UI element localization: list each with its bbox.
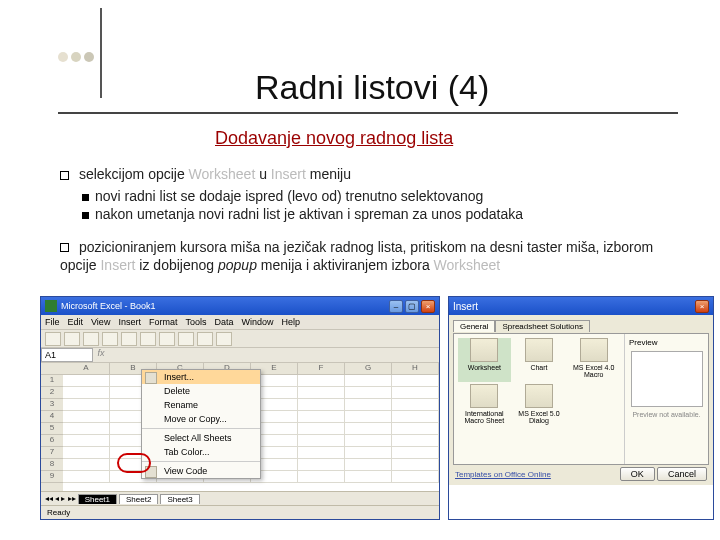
excel-title-text: Microsoft Excel - Book1 xyxy=(61,301,156,311)
fx-icon[interactable]: fx xyxy=(93,348,109,362)
bullet-filled-icon xyxy=(82,194,89,201)
template-dialog5[interactable]: MS Excel 5.0 Dialog xyxy=(513,384,566,428)
name-box[interactable]: A1 xyxy=(41,348,93,362)
bullet-filled-icon xyxy=(82,212,89,219)
bullet-1-text: selekcijom opcije Worksheet u Insert men… xyxy=(79,166,351,182)
code-icon xyxy=(145,466,157,478)
spreadsheet-grid[interactable]: 123456789 ABCDEFGH xyxy=(41,363,439,491)
preview-label: Preview xyxy=(629,338,704,347)
preview-pane: Preview Preview not available. xyxy=(624,334,708,464)
template-intl-macro[interactable]: International Macro Sheet xyxy=(458,384,511,428)
dialog-tabs[interactable]: General Spreadsheet Solutions xyxy=(453,319,709,331)
screenshots-row: Microsoft Excel - Book1 – ▢ × FileEditVi… xyxy=(40,296,714,520)
template-macro4[interactable]: MS Excel 4.0 Macro xyxy=(567,338,620,382)
title-underline xyxy=(58,112,678,114)
template-chart[interactable]: Chart xyxy=(513,338,566,382)
ctx-view-code[interactable]: View Code xyxy=(142,464,260,478)
template-icon-grid[interactable]: Worksheet Chart MS Excel 4.0 Macro Inter… xyxy=(454,334,624,464)
content-block: selekcijom opcije Worksheet u Insert men… xyxy=(60,165,685,278)
insert-dialog: Insert × General Spreadsheet Solutions W… xyxy=(448,296,714,520)
minimize-button[interactable]: – xyxy=(389,300,403,313)
bullet-square-icon xyxy=(60,171,69,180)
dialog-title-text: Insert xyxy=(453,301,478,312)
excel-titlebar: Microsoft Excel - Book1 – ▢ × xyxy=(41,297,439,315)
formula-bar[interactable]: A1 fx xyxy=(41,348,439,363)
tab-general[interactable]: General xyxy=(453,320,495,332)
dialog-titlebar: Insert × xyxy=(449,297,713,315)
decor-dots xyxy=(58,52,94,62)
preview-text: Preview not available. xyxy=(629,411,704,418)
sheet-tabs[interactable]: ◂◂ ◂ ▸ ▸▸ Sheet1 Sheet2 Sheet3 xyxy=(41,491,439,505)
excel-logo-icon xyxy=(45,300,57,312)
maximize-button[interactable]: ▢ xyxy=(405,300,419,313)
close-button[interactable]: × xyxy=(421,300,435,313)
dialog-close-button[interactable]: × xyxy=(695,300,709,313)
bullet-1-2: nakon umetanja novi radni list je aktiva… xyxy=(95,206,523,222)
decor-line xyxy=(100,8,102,98)
slide-title: Radni listovi (4) xyxy=(255,68,489,107)
tab-sheet2[interactable]: Sheet2 xyxy=(119,494,158,504)
bullet-2-text: pozicioniranjem kursora miša na jezičak … xyxy=(60,239,653,273)
bullet-square-icon xyxy=(60,243,69,252)
ok-button[interactable]: OK xyxy=(620,467,655,481)
ctx-insert[interactable]: Insert... xyxy=(142,370,260,384)
template-worksheet[interactable]: Worksheet xyxy=(458,338,511,382)
status-bar: Ready xyxy=(41,505,439,519)
ctx-select-all[interactable]: Select All Sheets xyxy=(142,431,260,445)
ctx-delete[interactable]: Delete xyxy=(142,384,260,398)
tab-sheet3[interactable]: Sheet3 xyxy=(160,494,199,504)
context-menu[interactable]: Insert... Delete Rename Move or Copy... … xyxy=(141,369,261,479)
ctx-tab-color[interactable]: Tab Color... xyxy=(142,445,260,459)
bullet-1-1: novi radni list se dodaje ispred (levo o… xyxy=(95,188,483,204)
row-headers[interactable]: 123456789 xyxy=(41,363,63,491)
excel-menubar[interactable]: FileEditViewInsertFormatToolsDataWindowH… xyxy=(41,315,439,330)
cancel-button[interactable]: Cancel xyxy=(657,467,707,481)
ctx-rename[interactable]: Rename xyxy=(142,398,260,412)
ctx-move-copy[interactable]: Move or Copy... xyxy=(142,412,260,426)
slide-subtitle: Dodavanje novog radnog lista xyxy=(215,128,453,149)
tab-sheet1[interactable]: Sheet1 xyxy=(78,494,117,504)
tab-spreadsheet-solutions[interactable]: Spreadsheet Solutions xyxy=(495,320,590,332)
excel-window: Microsoft Excel - Book1 – ▢ × FileEditVi… xyxy=(40,296,440,520)
excel-toolbar[interactable] xyxy=(41,330,439,348)
insert-icon xyxy=(145,372,157,384)
templates-online-link[interactable]: Templates on Office Online xyxy=(455,470,551,479)
